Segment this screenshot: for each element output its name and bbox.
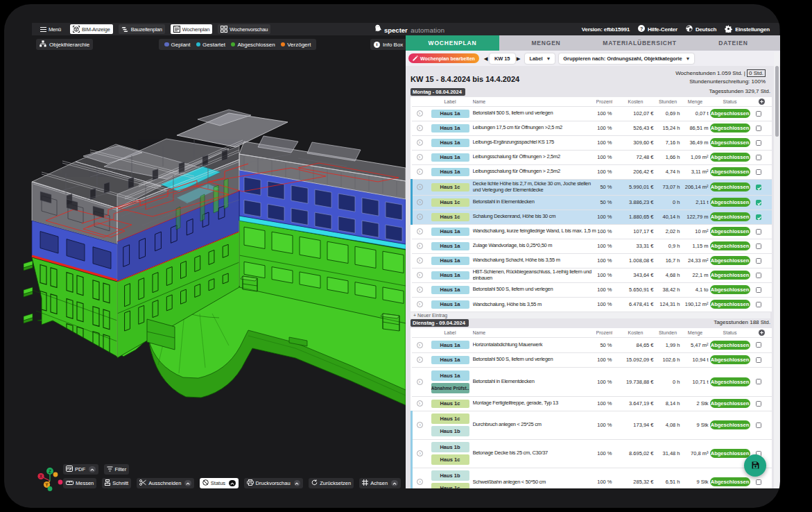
table-row[interactable]: ›Haus 1bHaus 1cBetonage Decke bis 25 cm,… xyxy=(412,439,772,468)
tool-button-messen[interactable]: Messen xyxy=(63,478,96,488)
row-checkbox[interactable] xyxy=(756,479,761,485)
expand-row-icon[interactable]: › xyxy=(417,272,423,278)
table-row[interactable]: ›Haus 1bHaus 1cSchweißbahn anlegen < 50*… xyxy=(412,468,772,488)
expand-row-icon[interactable]: › xyxy=(417,139,423,146)
table-row[interactable]: ›Haus 1cSchalung Deckenrand, Höhe bis 30… xyxy=(412,210,772,224)
table-row[interactable]: ›Haus 1cBetonstahl in Elementdecken50 %3… xyxy=(412,195,772,210)
expand-row-icon[interactable]: › xyxy=(417,243,423,249)
table-row[interactable]: ›Haus 1cHaus 1bDurchbruch anlegen < 25*2… xyxy=(412,411,772,439)
expand-row-icon[interactable]: › xyxy=(417,301,423,307)
week-selector[interactable]: KW 15 xyxy=(490,53,515,64)
tool-button-schnitt[interactable]: Schnitt xyxy=(102,478,131,488)
row-checkbox[interactable] xyxy=(756,401,761,407)
tool-button-status[interactable]: Status xyxy=(200,478,239,488)
expand-row-icon[interactable]: › xyxy=(417,422,423,428)
next-week-arrow[interactable]: ▶ xyxy=(515,56,522,62)
row-checkbox[interactable] xyxy=(756,214,761,220)
tab-wochenplan[interactable]: WOCHENPLAN xyxy=(406,35,499,51)
scrollbar-thumb[interactable] xyxy=(775,66,779,137)
object-hierarchy-button[interactable]: Objekthierarchie xyxy=(36,39,93,50)
add-row-icon[interactable] xyxy=(759,330,765,336)
table-row[interactable]: ›Haus 1aZulage Wandvorlage, bis 0,25*0,5… xyxy=(412,239,772,253)
info-box-button[interactable]: i Info Box xyxy=(370,39,406,50)
row-checkbox[interactable] xyxy=(756,342,761,348)
row-checkbox[interactable] xyxy=(756,287,761,293)
table-row[interactable]: ›Haus 1aWandschalung, Höhe bis 3,55 m100… xyxy=(412,297,772,312)
tab-mengen[interactable]: MENGEN xyxy=(499,35,593,51)
save-button[interactable] xyxy=(744,454,766,477)
add-row-icon[interactable] xyxy=(759,99,765,105)
chevron-up-icon[interactable] xyxy=(89,466,96,473)
row-checkbox[interactable] xyxy=(756,244,761,249)
row-checkbox[interactable] xyxy=(756,169,761,175)
row-checkbox[interactable] xyxy=(756,111,761,117)
expand-row-icon[interactable]: › xyxy=(417,125,423,131)
expand-row-icon[interactable]: › xyxy=(417,199,423,205)
expand-row-icon[interactable]: › xyxy=(417,257,423,264)
expand-row-icon[interactable]: › xyxy=(417,450,423,456)
label-dropdown[interactable]: Label▼ xyxy=(525,53,555,64)
row-checkbox[interactable] xyxy=(756,379,761,384)
tool-button-zurcksetzen[interactable]: Zurücksetzen xyxy=(309,478,354,488)
tab-dateien[interactable]: DATEIEN xyxy=(686,35,780,51)
table-row[interactable]: ›Haus 1aWandschalung, kurze feingliedrig… xyxy=(412,224,772,239)
expand-row-icon[interactable]: › xyxy=(417,357,423,363)
tool-button-filter[interactable]: Filter xyxy=(104,464,130,475)
expand-row-icon[interactable]: › xyxy=(417,287,423,293)
expand-row-icon[interactable]: › xyxy=(417,400,423,407)
row-checkbox[interactable] xyxy=(756,273,761,278)
expand-row-icon[interactable]: › xyxy=(417,184,423,190)
table-row[interactable]: ›Haus 1aBetonstahl 500 S, liefern und ve… xyxy=(412,106,772,121)
expand-row-icon[interactable]: › xyxy=(417,228,423,234)
expand-row-icon[interactable]: › xyxy=(417,110,423,117)
row-checkbox[interactable] xyxy=(756,155,761,160)
language-button[interactable]: Deutsch xyxy=(686,25,716,33)
row-checkbox[interactable] xyxy=(756,126,761,131)
view-button-bauzeitenplan[interactable]: Bauzeitenplan xyxy=(119,24,165,34)
panel-scrollbar[interactable] xyxy=(774,52,779,488)
group-by-dropdown[interactable]: Gruppieren nach: Ordnungszahl, Objektkat… xyxy=(559,53,694,64)
bim-3d-model[interactable] xyxy=(4,4,406,508)
table-row[interactable]: ›Haus 1aLeibungs-Ergänzungsspachtel KS 1… xyxy=(412,135,772,150)
table-row[interactable]: ›Haus 1cMontage Fertigteiltreppe, gerade… xyxy=(412,396,772,411)
table-row[interactable]: ›Haus 1cDecke lichte Höhe bis 2,7 m, Dic… xyxy=(412,179,772,195)
expand-row-icon[interactable]: › xyxy=(417,479,423,485)
view-button-wochenplan[interactable]: Wochenplan xyxy=(171,24,213,34)
row-checkbox[interactable] xyxy=(756,200,761,205)
row-checkbox[interactable] xyxy=(756,302,761,307)
tool-button-achsen[interactable]: Achsen xyxy=(359,478,401,488)
table-row[interactable]: ›Haus 1aAbnahme Prüfst..Betonstahl in El… xyxy=(412,367,772,396)
previous-week-arrow[interactable]: ◀ xyxy=(483,56,490,62)
tool-button-ausschneiden[interactable]: Ausschneiden xyxy=(137,478,194,488)
chevron-up-icon[interactable] xyxy=(294,480,301,487)
row-checkbox[interactable] xyxy=(756,140,761,146)
table-row[interactable]: ›Haus 1aLeibungsschalung für Öffnungen >… xyxy=(412,164,772,179)
chevron-up-icon[interactable] xyxy=(391,480,398,487)
settings-button[interactable]: Einstellungen xyxy=(725,25,770,34)
tool-button-druckvorschau[interactable]: Druckvorschau xyxy=(244,478,304,488)
axes-gizmo[interactable]: Z X Y xyxy=(33,461,67,498)
table-row[interactable]: ›Haus 1aLeibungen 17,5 cm für Öffnungen … xyxy=(412,121,772,135)
new-entry-button[interactable]: + Neuer Eintrag xyxy=(411,312,770,318)
help-center-button[interactable]: ? Hilfe-Center xyxy=(638,25,677,33)
row-checkbox[interactable] xyxy=(756,423,761,428)
edit-weekplan-button[interactable]: Wochenplan bearbeiten xyxy=(408,53,479,63)
expand-row-icon[interactable]: › xyxy=(417,214,423,220)
expand-row-icon[interactable]: › xyxy=(417,379,423,385)
tab-materialübersicht[interactable]: MATERIALÜBERSICHT xyxy=(593,35,686,51)
chevron-up-icon[interactable] xyxy=(229,480,236,487)
table-row[interactable]: ›Haus 1aHBT-Schienen, Rückbiegeanschluss… xyxy=(412,268,772,282)
chevron-up-icon[interactable] xyxy=(184,480,191,487)
row-checkbox[interactable] xyxy=(756,229,761,234)
table-row[interactable]: ›Haus 1aHorizontalabdichtung Mauerwerk50… xyxy=(412,337,772,352)
table-row[interactable]: ›Haus 1aWandschalung Schacht, Höhe bis 3… xyxy=(412,253,772,268)
expand-row-icon[interactable]: › xyxy=(417,154,423,160)
table-row[interactable]: ›Haus 1aBetonstahl 500 S, liefern und ve… xyxy=(412,352,772,367)
view-button-wochenvorschau[interactable]: Wochenvorschau xyxy=(218,24,270,34)
table-row[interactable]: ›Haus 1aLeibungsschalung für Öffnungen >… xyxy=(412,150,772,164)
row-checkbox[interactable] xyxy=(756,185,761,190)
tool-button-pdf[interactable]: PDF xyxy=(63,464,98,475)
view-button-bim-anzeige[interactable]: BIM-Anzeige xyxy=(70,24,113,34)
expand-row-icon[interactable]: › xyxy=(417,342,423,348)
row-checkbox[interactable] xyxy=(756,258,761,264)
